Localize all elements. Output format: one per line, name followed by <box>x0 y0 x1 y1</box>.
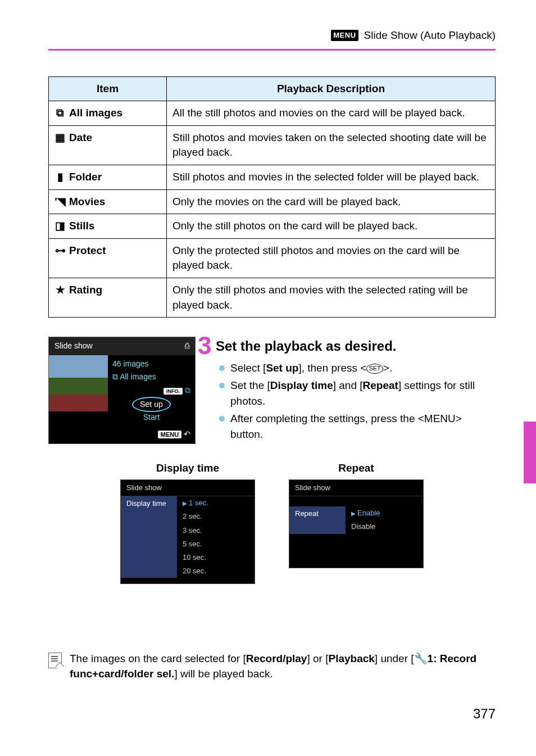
step-number: 3 <box>198 333 211 358</box>
item-cell: ▦Date <box>49 125 167 165</box>
item-cell: ◨Stills <box>49 214 167 239</box>
item-cell: ▮Folder <box>49 165 167 189</box>
header-title: Slide Show (Auto Playback) <box>364 28 496 43</box>
desc-cell: All the still photos and movies on the c… <box>167 101 496 126</box>
note-icon <box>48 653 62 668</box>
repeat-screen: Slide show Repeat EnableDisable <box>289 479 424 568</box>
bullet-3: After completing the settings, press the… <box>216 411 496 442</box>
th-desc: Playback Description <box>167 76 496 101</box>
desc-cell: Only the still photos on the card will b… <box>167 214 496 239</box>
display-time-label: Display time <box>120 461 255 476</box>
desc-cell: Still photos and movies in the selected … <box>167 165 496 189</box>
item-cell: ★Rating <box>49 278 167 317</box>
desc-cell: Only the movies on the card will be play… <box>167 189 496 214</box>
note-box: The images on the card selected for [Rec… <box>48 651 496 681</box>
th-item: Item <box>49 76 167 101</box>
row-icon: ⊶ <box>54 243 66 259</box>
bullet-2: Set the [Display time] and [Repeat] sett… <box>216 378 496 409</box>
cam-title: Slide show <box>54 341 93 352</box>
row-icon: ▦ <box>54 130 66 146</box>
display-time-option[interactable]: 5 sec. <box>177 537 255 551</box>
repeat-label: Repeat <box>289 461 424 476</box>
playback-table: Item Playback Description ⧉All imagesAll… <box>48 76 496 318</box>
image-count: 46 images <box>112 357 190 371</box>
desc-cell: Only the still photos and movies with th… <box>167 278 496 317</box>
table-row: ★RatingOnly the still photos and movies … <box>49 278 496 317</box>
page-header: MENU Slide Show (Auto Playback) <box>48 28 496 43</box>
screen-title: Slide show <box>289 480 423 496</box>
row-icon: ▮ <box>54 170 66 185</box>
table-row: ⊶ProtectOnly the protected still photos … <box>49 238 496 278</box>
wrench-icon: 🔧 <box>414 653 428 664</box>
page-number: 377 <box>48 704 496 723</box>
thumbnail-image <box>49 355 108 411</box>
row-label: Display time <box>121 496 177 578</box>
camera-screen-main: Slide show ⎙ 46 images ⧉ All images INFO… <box>48 337 196 444</box>
setup-menu-item[interactable]: Set up <box>112 397 190 411</box>
repeat-option[interactable]: Disable <box>346 520 423 533</box>
table-row: ⧉All imagesAll the still photos and movi… <box>49 101 496 126</box>
card-icon: ⎙ <box>185 341 189 352</box>
section-tab-icon <box>524 422 536 483</box>
menu-badge-icon: MENU <box>331 30 358 41</box>
item-cell: ⊶Protect <box>49 238 167 278</box>
item-cell: ⧉All images <box>49 101 167 126</box>
row-icon: ⧉ <box>54 106 66 121</box>
display-time-screen: Slide show Display time 1 sec.2 sec.3 se… <box>120 479 255 584</box>
row-label: Repeat <box>289 506 346 533</box>
divider <box>48 49 496 51</box>
desc-cell: Only the protected still photos and movi… <box>167 238 496 278</box>
table-row: ◨StillsOnly the still photos on the card… <box>49 214 496 239</box>
help-icon: ⧉ <box>185 386 190 395</box>
stack-icon: ⧉ <box>112 372 118 381</box>
row-icon: '◥ <box>54 194 66 210</box>
display-time-option[interactable]: 2 sec. <box>177 510 255 523</box>
set-icon: SET <box>366 364 383 374</box>
table-row: ▮FolderStill photos and movies in the se… <box>49 165 496 189</box>
back-arrow-icon: ↶ <box>184 429 190 438</box>
start-menu-item[interactable]: Start <box>112 411 190 424</box>
display-time-option[interactable]: 1 sec. <box>177 496 255 510</box>
row-icon: ◨ <box>54 219 66 234</box>
menu-pill: MENU <box>158 431 181 438</box>
info-badge: INFO. <box>163 388 183 395</box>
desc-cell: Still photos and movies taken on the sel… <box>167 125 496 165</box>
display-time-option[interactable]: 3 sec. <box>177 524 255 537</box>
step-title: Set the playback as desired. <box>216 337 496 356</box>
display-time-option[interactable]: 20 sec. <box>177 564 255 578</box>
table-row: '◥MoviesOnly the movies on the card will… <box>49 189 496 214</box>
table-row: ▦DateStill photos and movies taken on th… <box>49 125 496 165</box>
screen-title: Slide show <box>121 480 255 496</box>
bullet-1: Select [Set up], then press <SET>. <box>216 360 496 376</box>
display-time-option[interactable]: 10 sec. <box>177 551 255 564</box>
repeat-option[interactable]: Enable <box>346 506 423 520</box>
row-icon: ★ <box>54 283 66 298</box>
item-cell: '◥Movies <box>49 189 167 214</box>
mode-row: ⧉ All images <box>112 370 190 384</box>
